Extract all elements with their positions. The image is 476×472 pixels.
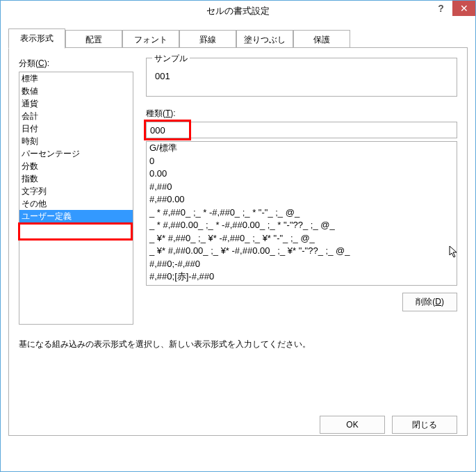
- category-item[interactable]: 文字列: [19, 185, 133, 197]
- tab-4[interactable]: 塗りつぶし: [236, 30, 293, 47]
- category-listbox[interactable]: 標準数値通貨会計日付時刻パーセンテージ分数指数文字列その他ユーザー定義: [19, 72, 133, 325]
- format-item[interactable]: #,##0;-#,##0: [147, 258, 457, 271]
- close-dialog-button[interactable]: 閉じる: [392, 416, 457, 434]
- format-item[interactable]: _ ¥* #,##0.00_ ;_ ¥* -#,##0.00_ ;_ ¥* "-…: [147, 245, 457, 258]
- sample-legend: サンプル: [152, 53, 190, 65]
- category-item[interactable]: 日付: [19, 122, 133, 135]
- category-item[interactable]: ユーザー定義: [19, 210, 133, 222]
- format-item[interactable]: 0.00: [147, 168, 457, 181]
- format-item[interactable]: #,##0;[赤]-#,##0: [147, 270, 457, 284]
- format-item[interactable]: 0: [147, 155, 457, 168]
- format-item[interactable]: _ ¥* #,##0_ ;_ ¥* -#,##0_ ;_ ¥* "-"_ ;_ …: [147, 232, 457, 245]
- category-item[interactable]: 会計: [19, 110, 133, 122]
- help-button[interactable]: ?: [429, 1, 452, 16]
- format-listbox[interactable]: G/標準00.00#,##0#,##0.00_ * #,##0_ ;_ * -#…: [146, 141, 457, 286]
- dialog-content: 表示形式配置フォント罫線塗りつぶし保護 分類(C): 標準数値通貨会計日付時刻パ…: [8, 29, 468, 464]
- format-item[interactable]: #,##0.00: [147, 193, 457, 206]
- dialog-window: セルの書式設定 ? ✕ 表示形式配置フォント罫線塗りつぶし保護 分類(C): 標…: [0, 0, 476, 472]
- dialog-title: セルの書式設定: [1, 5, 475, 17]
- category-item[interactable]: パーセンテージ: [19, 147, 133, 160]
- category-item[interactable]: その他: [19, 197, 133, 210]
- type-label: 種類(T):: [146, 108, 457, 120]
- tab-panel-number-format: 分類(C): 標準数値通貨会計日付時刻パーセンテージ分数指数文字列その他ユーザー…: [8, 48, 468, 436]
- sample-value: 001: [155, 71, 448, 81]
- ok-button[interactable]: OK: [320, 416, 385, 434]
- category-item[interactable]: 時刻: [19, 135, 133, 147]
- tab-0[interactable]: 表示形式: [8, 29, 65, 49]
- tab-5[interactable]: 保護: [293, 30, 350, 47]
- format-item[interactable]: G/標準: [147, 142, 457, 155]
- format-item[interactable]: _ * #,##0_ ;_ * -#,##0_ ;_ * "-"_ ;_ @_: [147, 206, 457, 220]
- tab-2[interactable]: フォント: [122, 30, 179, 47]
- tab-strip: 表示形式配置フォント罫線塗りつぶし保護: [8, 29, 468, 48]
- dialog-buttons: OK 閉じる: [320, 416, 457, 434]
- close-button[interactable]: ✕: [452, 1, 475, 16]
- title-buttons: ? ✕: [429, 1, 475, 16]
- category-item[interactable]: 標準: [19, 72, 133, 85]
- description-text: 基になる組み込みの表示形式を選択し、新しい表示形式を入力してください。: [19, 339, 457, 350]
- category-item[interactable]: 分数: [19, 160, 133, 172]
- format-item[interactable]: _ * #,##0.00_ ;_ * -#,##0.00_ ;_ * "-"??…: [147, 219, 457, 232]
- category-item[interactable]: 数値: [19, 85, 133, 97]
- format-item[interactable]: #,##0: [147, 181, 457, 194]
- titlebar: セルの書式設定 ? ✕: [1, 1, 475, 22]
- category-label: 分類(C):: [19, 58, 133, 70]
- type-input[interactable]: [146, 122, 457, 138]
- category-item[interactable]: 指数: [19, 172, 133, 185]
- sample-groupbox: サンプル 001: [146, 58, 457, 97]
- tab-3[interactable]: 罫線: [179, 30, 236, 47]
- delete-button[interactable]: 削除(D): [402, 293, 457, 311]
- tab-1[interactable]: 配置: [65, 30, 122, 47]
- category-item[interactable]: 通貨: [19, 97, 133, 110]
